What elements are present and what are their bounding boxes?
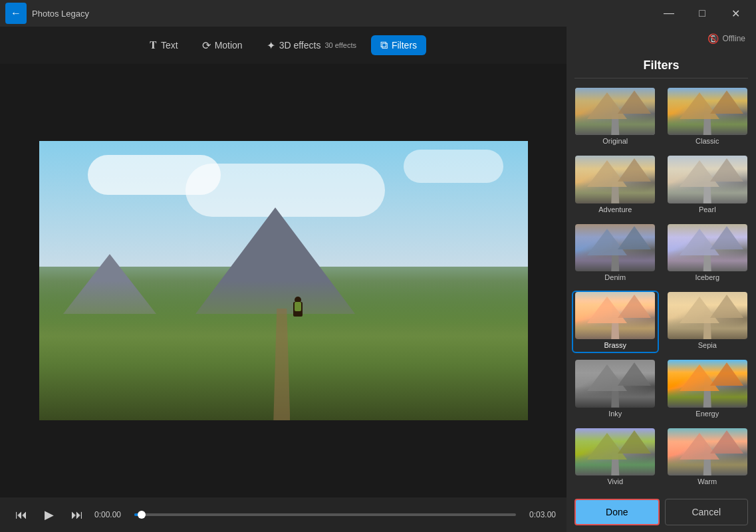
filter-item-more2[interactable]: Warm [664, 427, 751, 489]
filter-thumb-denim [575, 224, 655, 271]
titlebar: ← Photos Legacy — □ ✕ [0, 0, 756, 27]
offline-icon: 📵 [707, 33, 719, 44]
filter-label-brassy: Brassy [604, 341, 626, 349]
current-time: 0:00.00 [94, 510, 128, 519]
cancel-button[interactable]: Cancel [665, 499, 749, 525]
filter-label-inky: Inky [608, 410, 622, 418]
filter-label-more1: Vivid [607, 477, 623, 485]
backpack [295, 302, 301, 311]
filters-header: 📵 Offline [567, 27, 756, 51]
filter-thumb-energy [668, 360, 747, 407]
filter-label-denim: Denim [604, 273, 626, 281]
back-button[interactable]: ← [5, 3, 27, 24]
effects-icon: ✦ [267, 39, 275, 52]
filter-item-inky[interactable]: Inky [572, 358, 659, 421]
editor-panel: 𝐓 Text ⟳ Motion ✦ 3D effects 30 effects … [0, 27, 567, 532]
filter-label-energy: Energy [695, 410, 719, 418]
filters-grid: Original Classic [567, 84, 756, 492]
filter-img-brassy [575, 292, 655, 339]
filter-item-pearl[interactable]: Pearl [664, 154, 751, 217]
filter-thumb-adventure [575, 156, 655, 203]
close-button[interactable]: ✕ [720, 3, 751, 24]
cloud [404, 150, 503, 183]
filter-thumb-original [575, 88, 655, 135]
filter-item-original[interactable]: Original [572, 86, 659, 149]
skip-forward-button[interactable]: ⏭ [66, 504, 88, 525]
filters-footer: Done Cancel [567, 492, 756, 532]
window-controls: — □ ✕ [654, 3, 751, 24]
video-controls: ⏮ ▶ ⏭ 0:00.00 0:03.00 [0, 497, 567, 532]
progress-bar[interactable] [134, 513, 516, 516]
back-icon: ← [11, 7, 21, 19]
filter-item-energy[interactable]: Energy [664, 358, 751, 421]
filter-thumb-inky [575, 360, 655, 407]
filters-icon: ⧉ [380, 39, 388, 51]
progress-thumb [138, 511, 146, 519]
filter-item-denim[interactable]: Denim [572, 223, 659, 285]
filter-img-original [575, 88, 655, 135]
effects-tool-button[interactable]: ✦ 3D effects 30 effects [257, 35, 366, 56]
filter-thumb-pearl [668, 156, 747, 203]
effects-tool-label: 3D effects [279, 40, 321, 51]
filter-img-more2 [668, 428, 747, 475]
filter-thumb-more1 [575, 428, 655, 475]
effects-count-badge: 30 effects [324, 41, 356, 49]
filters-panel: 📵 Offline Filters Original [567, 27, 756, 532]
filter-item-more1[interactable]: Vivid [572, 427, 659, 489]
filter-label-adventure: Adventure [598, 205, 632, 213]
motion-tool-label: Motion [215, 40, 243, 51]
filter-item-adventure[interactable]: Adventure [572, 154, 659, 217]
video-container [0, 64, 567, 497]
filter-label-classic: Classic [695, 137, 719, 145]
filter-thumb-more2 [668, 428, 747, 475]
filter-thumb-iceberg [668, 224, 747, 271]
filter-label-sepia: Sepia [698, 341, 717, 349]
person-silhouette [293, 297, 303, 320]
filter-img-classic [668, 88, 747, 135]
done-button[interactable]: Done [574, 499, 660, 525]
app-title: Photos Legacy [32, 9, 654, 19]
maximize-button[interactable]: □ [687, 3, 717, 24]
filter-thumb-sepia [668, 292, 747, 339]
filter-thumb-brassy [575, 292, 655, 339]
text-tool-label: Text [161, 40, 178, 51]
motion-icon: ⟳ [202, 39, 211, 52]
motion-tool-button[interactable]: ⟳ Motion [193, 35, 252, 56]
filter-img-pearl [668, 156, 747, 203]
filter-img-sepia [668, 292, 747, 339]
filter-thumb-classic [668, 88, 747, 135]
filters-tool-button[interactable]: ⧉ Filters [371, 35, 426, 55]
end-time: 0:03.00 [523, 510, 556, 519]
text-icon: 𝐓 [150, 39, 157, 51]
skip-back-button[interactable]: ⏮ [11, 504, 32, 525]
video-frame [39, 141, 528, 420]
filter-img-denim [575, 224, 655, 271]
minimize-button[interactable]: — [654, 3, 684, 24]
filter-label-more2: Warm [697, 477, 717, 485]
filter-label-original: Original [602, 137, 628, 145]
offline-badge: 📵 Offline [707, 33, 745, 44]
filter-label-iceberg: Iceberg [695, 273, 719, 281]
filter-img-inky [575, 360, 655, 407]
filter-img-more1 [575, 428, 655, 475]
play-button[interactable]: ▶ [39, 504, 60, 525]
video-placeholder [39, 141, 528, 420]
offline-label: Offline [723, 34, 745, 43]
text-tool-button[interactable]: 𝐓 Text [140, 35, 188, 55]
toolbar: 𝐓 Text ⟳ Motion ✦ 3D effects 30 effects … [0, 27, 567, 64]
filter-item-brassy[interactable]: Brassy [572, 291, 659, 353]
filter-img-adventure [575, 156, 655, 203]
filter-item-sepia[interactable]: Sepia [664, 291, 751, 353]
filter-item-iceberg[interactable]: Iceberg [664, 223, 751, 285]
filter-img-energy [668, 360, 747, 407]
filter-label-pearl: Pearl [699, 205, 716, 213]
main-content: 𝐓 Text ⟳ Motion ✦ 3D effects 30 effects … [0, 27, 756, 532]
filters-tool-label: Filters [392, 40, 417, 51]
filter-item-classic[interactable]: Classic [664, 86, 751, 149]
filter-img-iceberg [668, 224, 747, 271]
filters-title: Filters [574, 51, 748, 78]
